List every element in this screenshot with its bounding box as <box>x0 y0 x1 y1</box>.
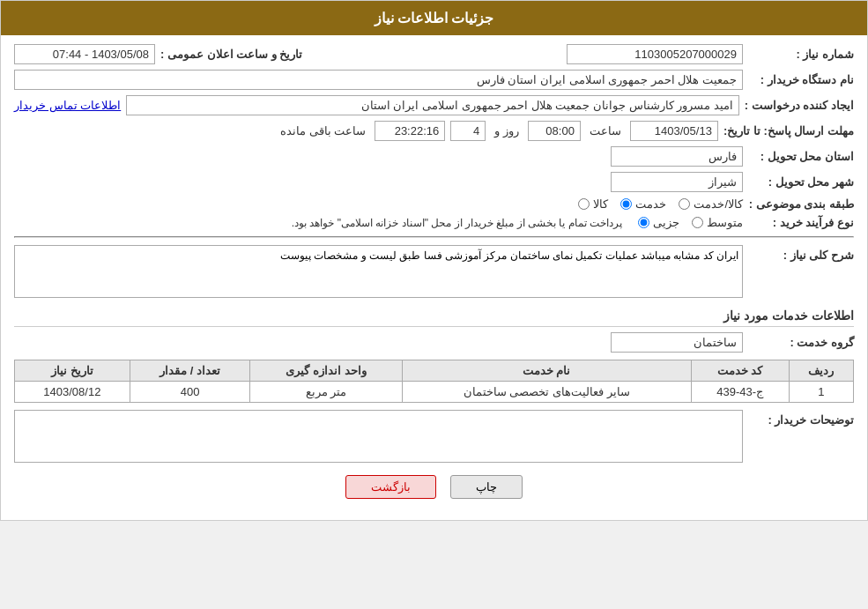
page-header: جزئیات اطلاعات نیاز <box>1 1 867 35</box>
page-wrapper: جزئیات اطلاعات نیاز شماره نیاز : 1103005… <box>0 0 868 521</box>
services-section-label: اطلاعات خدمات مورد نیاز <box>14 308 854 327</box>
datetime-value: 1403/05/08 - 07:44 <box>14 44 155 64</box>
category-kala[interactable]: کالا <box>578 197 608 211</box>
response-deadline-row: مهلت ارسال پاسخ: تا تاریخ: 1403/05/13 سا… <box>14 121 854 141</box>
col-service-name: نام خدمت <box>402 360 691 382</box>
button-row: چاپ بازگشت <box>14 475 854 499</box>
cell-name: سایر فعالیت‌های تخصصی ساختمان <box>402 382 691 403</box>
need-number-row: شماره نیاز : 1103005207000029 تاریخ و سا… <box>14 44 854 64</box>
category-khedmat-label: خدمت <box>635 197 666 211</box>
page-title: جزئیات اطلاعات نیاز <box>375 11 494 26</box>
response-days: 4 <box>450 121 486 141</box>
response-time: 08:00 <box>528 121 581 141</box>
province-row: استان محل تحویل : فارس <box>14 146 854 167</box>
buyer-org-row: نام دستگاه خریدار : جمعیت هلال احمر جمهو… <box>14 70 854 90</box>
process-note: پرداخت تمام یا بخشی از مبلغ خریدار از مح… <box>292 217 622 229</box>
col-date: تاریخ نیاز <box>15 360 130 382</box>
cell-qty: 400 <box>130 382 250 403</box>
province-label: استان محل تحویل : <box>748 150 854 163</box>
process-motavaset[interactable]: متوسط <box>692 216 743 229</box>
service-group-label: گروه خدمت : <box>748 336 854 349</box>
creator-value: امید مسرور کارشناس جوانان جمعیت هلال احم… <box>126 95 739 115</box>
cell-row: 1 <box>789 382 853 403</box>
need-number-value: 1103005207000029 <box>567 44 743 64</box>
print-button[interactable]: چاپ <box>450 475 523 499</box>
need-number-label: شماره نیاز : <box>748 48 854 61</box>
category-label: طبقه بندی موضوعی : <box>748 197 854 211</box>
category-kala-label: کالا <box>593 197 608 211</box>
buyer-notes-row: توضیحات خریدار : <box>14 410 854 463</box>
need-description-row: شرح کلی نیاز : ایران کد مشابه میباشد عمل… <box>14 245 854 298</box>
process-jozi-radio[interactable] <box>638 217 649 228</box>
services-table: ردیف کد خدمت نام خدمت واحد اندازه گیری ت… <box>14 360 854 403</box>
back-button[interactable]: بازگشت <box>345 475 436 499</box>
creator-label: ایجاد کننده درخواست : <box>745 99 854 112</box>
service-group-row: گروه خدمت : ساختمان <box>14 332 854 353</box>
buyer-notes-label: توضیحات خریدار : <box>748 410 854 427</box>
category-kala-khedmat-radio[interactable] <box>679 198 690 210</box>
process-type-row: نوع فرآیند خرید : متوسط جزیی پرداخت تمام… <box>14 216 854 229</box>
datetime-label: تاریخ و ساعت اعلان عمومی : <box>160 48 302 61</box>
process-jozi[interactable]: جزیی <box>638 216 679 229</box>
creator-contact-link[interactable]: اطلاعات تماس خریدار <box>14 99 121 112</box>
category-options: کالا/خدمت خدمت کالا <box>578 197 743 211</box>
response-date: 1403/05/13 <box>630 121 718 141</box>
process-type-options: متوسط جزیی <box>638 216 743 229</box>
city-label: شهر محل تحویل : <box>748 175 854 189</box>
table-header-row: ردیف کد خدمت نام خدمت واحد اندازه گیری ت… <box>15 360 854 382</box>
buyer-org-value: جمعیت هلال احمر جمهوری اسلامی ایران استا… <box>14 70 743 90</box>
col-service-code: کد خدمت <box>691 360 789 382</box>
buyer-notes-textarea[interactable] <box>14 410 743 463</box>
response-time-label: ساعت <box>590 124 621 137</box>
buyer-org-label: نام دستگاه خریدار : <box>748 73 854 86</box>
city-row: شهر محل تحویل : شیراز <box>14 172 854 192</box>
need-description-label: شرح کلی نیاز : <box>748 245 854 262</box>
city-value: شیراز <box>611 172 743 192</box>
services-table-container: ردیف کد خدمت نام خدمت واحد اندازه گیری ت… <box>14 360 854 403</box>
process-motavaset-label: متوسط <box>707 216 743 229</box>
category-kala-radio[interactable] <box>578 198 590 210</box>
process-jozi-label: جزیی <box>653 216 679 229</box>
col-qty: تعداد / مقدار <box>130 360 250 382</box>
category-kala-khedmat-label: کالا/خدمت <box>694 197 743 211</box>
response-remaining: 23:22:16 <box>375 121 445 141</box>
cell-date: 1403/08/12 <box>15 382 130 403</box>
col-row-num: ردیف <box>789 360 853 382</box>
process-motavaset-radio[interactable] <box>692 217 703 228</box>
response-remaining-label: ساعت باقی مانده <box>280 124 366 137</box>
province-value: فارس <box>611 146 743 167</box>
process-type-label: نوع فرآیند خرید : <box>748 216 854 229</box>
response-day-label: روز و <box>494 124 519 137</box>
cell-unit: متر مربع <box>250 382 402 403</box>
service-group-value: ساختمان <box>611 332 743 353</box>
main-content: شماره نیاز : 1103005207000029 تاریخ و سا… <box>1 35 867 520</box>
creator-row: ایجاد کننده درخواست : امید مسرور کارشناس… <box>14 95 854 115</box>
col-unit: واحد اندازه گیری <box>250 360 402 382</box>
category-khedmat-radio[interactable] <box>620 198 632 210</box>
table-row: 1ج-43-439سایر فعالیت‌های تخصصی ساختمانمت… <box>15 382 854 403</box>
category-kala-khedmat[interactable]: کالا/خدمت <box>679 197 743 211</box>
category-row: طبقه بندی موضوعی : کالا/خدمت خدمت کالا <box>14 197 854 211</box>
category-khedmat[interactable]: خدمت <box>620 197 666 211</box>
cell-code: ج-43-439 <box>691 382 789 403</box>
response-deadline-label: مهلت ارسال پاسخ: تا تاریخ: <box>723 124 854 137</box>
need-description-textarea[interactable]: ایران کد مشابه میباشد عملیات تکمیل نمای … <box>14 245 743 298</box>
